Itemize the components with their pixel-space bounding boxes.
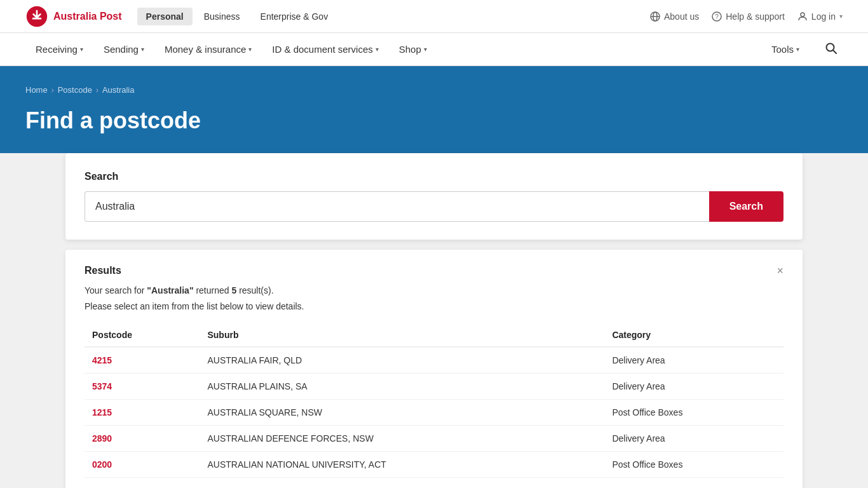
svg-text:?: ? [715,13,719,20]
table-row: 0200AUSTRALIAN NATIONAL UNIVERSITY, ACTP… [85,452,783,478]
search-label: Search [85,171,783,182]
search-icon [825,42,837,55]
main-nav-right: Tools ▾ [761,34,843,65]
login-link[interactable]: Log in ▾ [797,11,843,22]
tools-chevron: ▾ [796,46,799,53]
results-header: Results × [85,265,783,276]
cell-postcode: 0200 [85,452,200,478]
breadcrumb-sep-2: › [96,86,98,95]
about-us-label: About us [664,11,699,22]
top-nav-links: Personal Business Enterprise & Gov [137,8,337,25]
page-title: Find a postcode [25,107,843,134]
svg-point-7 [801,13,804,17]
login-chevron: ▾ [839,13,843,20]
postcode-link[interactable]: 4215 [92,355,112,365]
cell-suburb: AUSTRALIA FAIR, QLD [200,347,604,374]
table-row: 1215AUSTRALIA SQUARE, NSWPost Office Box… [85,400,783,426]
shop-chevron: ▾ [424,46,427,53]
cell-category: Post Office Boxes [604,400,783,426]
nav-business[interactable]: Business [195,8,249,25]
close-results-button[interactable]: × [776,265,783,276]
cell-postcode: 5374 [85,374,200,400]
top-bar-left: Australia Post Personal Business Enterpr… [25,5,337,28]
search-card: Search Search [65,153,803,240]
nav-shop[interactable]: Shop ▾ [389,34,437,65]
about-us-link[interactable]: About us [650,11,699,22]
breadcrumb: Home › Postcode › Australia [25,85,843,95]
nav-money-insurance[interactable]: Money & insurance ▾ [154,34,262,65]
cell-suburb: AUSTRALIAN DEFENCE FORCES, NSW [200,426,604,452]
table-row: 2890AUSTRALIAN DEFENCE FORCES, NSWDelive… [85,426,783,452]
cell-postcode: 4215 [85,347,200,374]
cell-category: Delivery Area [604,374,783,400]
cell-suburb: AUSTRALIA SQUARE, NSW [200,400,604,426]
table-row: 4215AUSTRALIA FAIR, QLDDelivery Area [85,347,783,374]
search-input[interactable] [85,191,709,222]
nav-sending[interactable]: Sending ▾ [93,34,154,65]
money-chevron: ▾ [248,46,252,53]
description-middle: returned [194,285,232,295]
main-nav-left: Receiving ▾ Sending ▾ Money & insurance … [25,34,437,65]
col-postcode: Postcode [85,323,200,347]
cell-postcode: 1215 [85,400,200,426]
nav-enterprise[interactable]: Enterprise & Gov [252,8,337,25]
postcode-link[interactable]: 1215 [92,407,112,417]
svg-line-9 [833,50,836,53]
globe-icon [650,11,660,22]
user-icon [797,11,808,22]
col-category: Category [604,323,783,347]
cell-suburb: AUSTRALIA PLAINS, SA [200,374,604,400]
svg-rect-1 [32,17,41,19]
results-title: Results [85,265,121,276]
results-description-line2: Please select an item from the list belo… [85,300,783,313]
postcode-link[interactable]: 0200 [92,459,112,470]
search-button[interactable]: Search [709,191,783,222]
top-bar-right: About us ? Help & support Log in ▾ [650,11,843,22]
breadcrumb-home[interactable]: Home [25,85,48,95]
search-icon-button[interactable] [820,37,843,62]
postcode-link[interactable]: 2890 [92,433,112,444]
login-label: Log in [811,11,836,22]
results-card: Results × Your search for "Australia" re… [65,250,803,488]
table-row: 5374AUSTRALIA PLAINS, SADelivery Area [85,374,783,400]
results-description-line1: Your search for "Australia" returned 5 r… [85,284,783,297]
help-support-link[interactable]: ? Help & support [712,11,785,22]
question-icon: ? [712,11,722,22]
sending-chevron: ▾ [141,46,144,53]
col-suburb: Suburb [200,323,604,347]
australia-post-logo-icon [25,5,48,28]
search-term: "Australia" [147,285,193,295]
description-suffix: result(s). [236,285,273,295]
search-row: Search [85,191,783,222]
nav-id-document[interactable]: ID & document services ▾ [262,34,388,65]
breadcrumb-current: Australia [102,85,135,95]
cell-category: Post Office Boxes [604,452,783,478]
receiving-chevron: ▾ [80,46,83,53]
nav-tools[interactable]: Tools ▾ [761,34,810,65]
description-prefix: Your search for [85,285,147,295]
cell-postcode: 2890 [85,426,200,452]
logo[interactable]: Australia Post [25,5,122,28]
breadcrumb-sep-1: › [51,86,54,95]
cell-suburb: AUSTRALIAN NATIONAL UNIVERSITY, ACT [200,452,604,478]
postcode-link[interactable]: 5374 [92,381,112,391]
nav-personal[interactable]: Personal [137,8,193,25]
table-header-row: Postcode Suburb Category [85,323,783,347]
main-nav: Receiving ▾ Sending ▾ Money & insurance … [0,33,868,66]
nav-receiving[interactable]: Receiving ▾ [25,34,93,65]
id-chevron: ▾ [376,46,379,53]
results-table: Postcode Suburb Category 4215AUSTRALIA F… [85,323,783,478]
cell-category: Delivery Area [604,347,783,374]
top-bar: Australia Post Personal Business Enterpr… [0,0,868,33]
help-support-label: Help & support [726,11,785,22]
breadcrumb-postcode[interactable]: Postcode [58,85,92,95]
logo-text: Australia Post [53,11,122,22]
cell-category: Delivery Area [604,426,783,452]
